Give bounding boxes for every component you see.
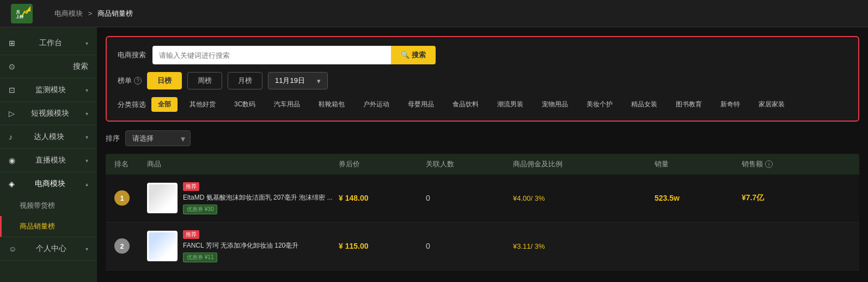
commission-cell-1: ¥4.00/ 3%: [513, 194, 655, 202]
sidebar-sub-label-video-rank: 视频带货榜: [20, 201, 55, 209]
sidebar-item-ecommerce[interactable]: ◈ 电商模块 ▴: [0, 172, 97, 195]
product-info-2: 推荐 FANCL 芳珂 无添加净化卸妆油 120毫升 优惠券 ¥11: [183, 230, 298, 262]
cat-home[interactable]: 家居家装: [752, 97, 791, 112]
col-price: 券后价: [339, 159, 426, 169]
chart-label: 榜单 ?: [118, 76, 142, 86]
col-commission: 商品佣金及比例: [513, 159, 655, 169]
product-image-1: [147, 183, 178, 213]
cat-beauty[interactable]: 美妆个护: [580, 97, 619, 112]
col-revenue: 销售额 i: [742, 159, 851, 169]
chevron-down-icon: ▾: [85, 40, 88, 46]
sidebar-label-ecommerce: 电商模块: [35, 179, 65, 189]
sales-cell-1: 523.5w: [655, 194, 742, 202]
rank-cell-2: 2: [114, 238, 147, 254]
sidebar-label-personal: 个人中心: [36, 244, 66, 254]
sidebar-sub-label-product-rank: 商品销量榜: [20, 222, 55, 230]
cat-other-label: 其他好货: [190, 100, 216, 108]
coupon-tag-1: 优惠券 ¥30: [183, 205, 217, 214]
cat-women-label: 精品女装: [631, 100, 657, 108]
col-product: 商品: [147, 159, 339, 169]
sidebar-section-monitor: ⊡ 监测模块 ▾: [0, 79, 97, 102]
sort-select[interactable]: 请选择: [125, 130, 191, 146]
cat-women[interactable]: 精品女装: [625, 97, 664, 112]
sidebar-item-talent[interactable]: ♪ 达人模块 ▾: [0, 125, 97, 148]
cat-novelty-label: 新奇特: [720, 100, 740, 108]
rank-cell-1: 1: [114, 190, 147, 206]
cat-home-label: 家居家装: [759, 100, 785, 108]
product-info-1: 推荐 EltaMD 氨基酸泡沫卸妆洁面乳 207毫升 泡沫绵密 ... 优惠券 …: [183, 182, 333, 214]
cat-outdoor[interactable]: 户外运动: [357, 97, 396, 112]
search-section: 电商搜索 🔍 搜索 榜单 ?: [106, 36, 859, 122]
logo-area: 月 上榜: [11, 4, 33, 23]
cat-auto[interactable]: 汽车用品: [267, 97, 307, 112]
count-cell-1: 0: [426, 194, 513, 202]
col-count-label: 关联人数: [426, 159, 454, 169]
tab-day[interactable]: 日榜: [147, 72, 182, 89]
sidebar-item-personal[interactable]: ☺ 个人中心 ▾: [0, 237, 97, 260]
sidebar-item-workspace[interactable]: ⊞ 工作台 ▾: [0, 32, 97, 55]
search-label: 电商搜索: [118, 50, 146, 60]
sidebar-sub-item-video-rank[interactable]: 视频带货榜: [0, 195, 97, 216]
sidebar-item-monitor[interactable]: ⊡ 监测模块 ▾: [0, 79, 97, 101]
help-icon[interactable]: ?: [134, 77, 142, 85]
main-layout: ⊞ 工作台 ▾ ⊙ 搜索 ⊡ 监测模块 ▾ ▷ 短视频模块 ▾: [0, 27, 868, 282]
personal-icon: ☺: [9, 244, 16, 253]
sidebar-item-shortvideo[interactable]: ▷ 短视频模块 ▾: [0, 102, 97, 125]
search-nav-icon: ⊙: [9, 62, 15, 71]
sidebar-label-workspace: 工作台: [39, 38, 62, 48]
chevron-down-icon-5: ▾: [85, 158, 88, 164]
sidebar-section-ecommerce: ◈ 电商模块 ▴ 视频带货榜 商品销量榜: [0, 172, 97, 237]
cat-food[interactable]: 食品饮料: [446, 97, 485, 112]
date-select[interactable]: 11月19日 ▾: [268, 72, 328, 89]
cat-shoes-label: 鞋靴箱包: [319, 100, 345, 108]
cat-all[interactable]: 全部: [151, 97, 178, 112]
category-row: 分类筛选 全部 其他好货 3C数码 汽车用品 鞋靴箱包: [118, 97, 847, 112]
content-area: 电商搜索 🔍 搜索 榜单 ?: [97, 27, 868, 282]
product-img-bg-1: [149, 184, 176, 212]
cat-pet[interactable]: 宠物用品: [535, 97, 574, 112]
chevron-down-icon-6: ▾: [85, 246, 88, 252]
revenue-info-icon[interactable]: i: [765, 160, 773, 168]
cat-shoes[interactable]: 鞋靴箱包: [312, 97, 351, 112]
search-input[interactable]: [152, 46, 391, 64]
tab-month[interactable]: 月榜: [228, 72, 262, 89]
search-icon: 🔍: [401, 51, 409, 59]
sidebar-item-search[interactable]: ⊙ 搜索: [0, 55, 97, 78]
sort-row: 排序 请选择: [106, 130, 859, 146]
count-cell-2: 0: [426, 242, 513, 250]
table-header: 排名 商品 券后价 关联人数 商品佣金及比例 销量: [106, 154, 859, 175]
product-name-1: EltaMD 氨基酸泡沫卸妆洁面乳 207毫升 泡沫绵密 ...: [183, 193, 333, 202]
content-inner: 电商搜索 🔍 搜索 榜单 ?: [106, 36, 859, 271]
cat-fashion[interactable]: 潮流男装: [491, 97, 530, 112]
rank-value-2: 2: [120, 242, 124, 250]
rank-value-1: 1: [120, 194, 124, 202]
product-image-2: [147, 231, 178, 261]
coupon-tag-2: 优惠券 ¥11: [183, 253, 217, 262]
breadcrumb-separator: >: [88, 9, 94, 17]
rank-badge-1: 1: [114, 190, 130, 206]
cat-novelty[interactable]: 新奇特: [714, 97, 747, 112]
sidebar-label-shortvideo: 短视频模块: [31, 109, 69, 118]
breadcrumb-parent: 电商模块: [54, 9, 83, 17]
cat-other[interactable]: 其他好货: [183, 97, 222, 112]
search-button[interactable]: 🔍 搜索: [391, 46, 436, 64]
col-product-label: 商品: [147, 159, 161, 169]
date-chevron-icon: ▾: [317, 77, 321, 85]
tab-week[interactable]: 周榜: [187, 72, 222, 89]
product-cell-2: 推荐 FANCL 芳珂 无添加净化卸妆油 120毫升 优惠券 ¥11: [147, 230, 339, 262]
sidebar-item-live[interactable]: ◉ 直播模块 ▾: [0, 149, 97, 172]
sidebar-sub-item-product-rank[interactable]: 商品销量榜: [0, 216, 97, 237]
sidebar-section-live: ◉ 直播模块 ▾: [0, 149, 97, 172]
cat-books[interactable]: 图书教育: [669, 97, 708, 112]
cat-3c[interactable]: 3C数码: [228, 97, 262, 112]
col-revenue-label: 销售额: [742, 159, 763, 169]
price-cell-1: ¥ 148.00: [339, 194, 426, 202]
monitor-icon: ⊡: [9, 86, 15, 94]
chevron-down-icon-2: ▾: [85, 87, 88, 93]
tab-day-label: 日榜: [157, 76, 172, 85]
sidebar-label-search: 搜索: [73, 62, 88, 71]
category-label: 分类筛选: [118, 100, 146, 110]
cat-baby[interactable]: 母婴用品: [401, 97, 441, 112]
product-platform-tag-2: 推荐: [183, 230, 199, 239]
sort-label: 排序: [106, 134, 120, 143]
